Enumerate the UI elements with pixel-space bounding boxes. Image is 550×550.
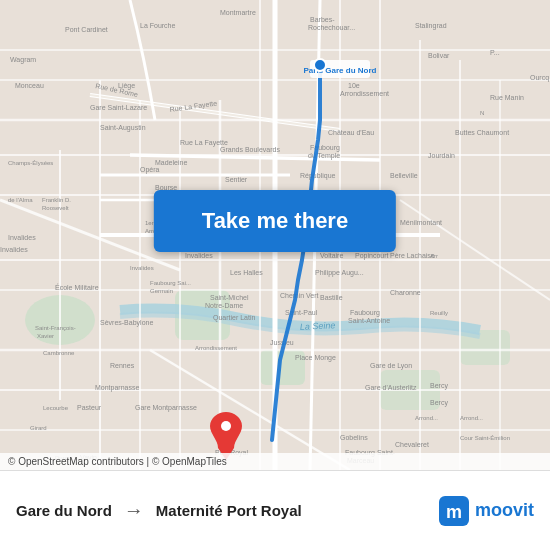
svg-text:Saint-Augustin: Saint-Augustin	[100, 124, 146, 132]
svg-text:République: République	[300, 172, 336, 180]
svg-text:École Militaire: École Militaire	[55, 283, 99, 291]
svg-text:Stalingrad: Stalingrad	[415, 22, 447, 30]
svg-text:Wagram: Wagram	[10, 56, 36, 64]
svg-text:Saint-Antoine: Saint-Antoine	[348, 317, 390, 324]
svg-text:Lecourbe: Lecourbe	[43, 405, 69, 411]
svg-text:Bercy: Bercy	[430, 382, 448, 390]
svg-text:Sentier: Sentier	[225, 176, 248, 183]
svg-text:Gare d'Austerlitz: Gare d'Austerlitz	[365, 384, 417, 391]
svg-text:Cour Saint-Émilion: Cour Saint-Émilion	[460, 435, 510, 441]
svg-text:Chemin Vert: Chemin Vert	[280, 292, 319, 299]
svg-text:Buttes Chaumont: Buttes Chaumont	[455, 129, 509, 136]
svg-text:Arrond...: Arrond...	[460, 415, 483, 421]
svg-text:Saint-François-: Saint-François-	[35, 325, 76, 331]
svg-text:Saint-Michel: Saint-Michel	[210, 294, 249, 301]
svg-text:Voltaire: Voltaire	[320, 252, 343, 259]
svg-text:Ménilmontant: Ménilmontant	[400, 219, 442, 226]
svg-text:Girard: Girard	[30, 425, 47, 431]
svg-text:Rue Manin: Rue Manin	[490, 94, 524, 101]
svg-point-123	[221, 421, 231, 431]
moovit-logo: m moovit	[439, 496, 534, 526]
svg-text:Liège: Liège	[118, 82, 135, 90]
route-arrow-icon: →	[124, 499, 144, 522]
svg-text:Invalides: Invalides	[130, 265, 154, 271]
bottom-bar: Gare du Nord → Maternité Port Royal m mo…	[0, 470, 550, 550]
svg-text:Père Lachaise: Père Lachaise	[390, 252, 435, 259]
route-to: Maternité Port Royal	[156, 502, 439, 519]
svg-text:m: m	[446, 502, 462, 522]
svg-text:Bercy: Bercy	[430, 399, 448, 407]
svg-text:de l'Alma: de l'Alma	[8, 197, 33, 203]
svg-text:Invalides: Invalides	[0, 246, 28, 253]
svg-text:Faubourg: Faubourg	[350, 309, 380, 317]
route-from: Gare du Nord	[16, 502, 112, 519]
svg-text:Invalides: Invalides	[185, 252, 213, 259]
svg-text:Bastille: Bastille	[320, 294, 343, 301]
svg-text:Popincourt: Popincourt	[355, 252, 389, 260]
moovit-brand-name: moovit	[475, 500, 534, 521]
svg-text:Montmartre: Montmartre	[220, 9, 256, 16]
svg-text:Monceau: Monceau	[15, 82, 44, 89]
moovit-icon: m	[439, 496, 469, 526]
svg-text:Cambronne: Cambronne	[43, 350, 75, 356]
svg-text:1er: 1er	[145, 220, 154, 226]
svg-text:Gare de Lyon: Gare de Lyon	[370, 362, 412, 370]
svg-text:Gobelins: Gobelins	[340, 434, 368, 441]
svg-text:Jourdain: Jourdain	[428, 152, 455, 159]
svg-text:Quartier Latin: Quartier Latin	[213, 314, 256, 322]
svg-text:Barbes-: Barbes-	[310, 16, 335, 23]
svg-text:Montparnasse: Montparnasse	[95, 384, 139, 392]
svg-text:Opéra: Opéra	[140, 166, 160, 174]
svg-text:N: N	[480, 110, 484, 116]
svg-text:Notre-Dame: Notre-Dame	[205, 302, 243, 309]
origin-marker	[314, 59, 326, 71]
svg-text:Bolivar: Bolivar	[428, 52, 450, 59]
svg-text:P...: P...	[490, 49, 500, 56]
svg-text:Xavier: Xavier	[37, 333, 54, 339]
svg-text:Reuilly: Reuilly	[430, 310, 448, 316]
svg-text:10e: 10e	[348, 82, 360, 89]
svg-text:La Seine: La Seine	[300, 320, 336, 332]
take-me-there-button[interactable]: Take me there	[154, 190, 396, 252]
svg-text:Roosevelt: Roosevelt	[42, 205, 69, 211]
svg-text:Belleville: Belleville	[390, 172, 418, 179]
svg-text:du Temple: du Temple	[308, 152, 340, 160]
svg-text:Faubourg Sai...: Faubourg Sai...	[150, 280, 191, 286]
svg-text:Gare Saint-Lazare: Gare Saint-Lazare	[90, 104, 147, 111]
svg-text:Pont Cardinet: Pont Cardinet	[65, 26, 108, 33]
svg-text:Arrondissement: Arrondissement	[195, 345, 237, 351]
svg-text:Charonne: Charonne	[390, 289, 421, 296]
map-container: Rue de Rome Rue La Fayette Rue La Fayett…	[0, 0, 550, 470]
svg-text:Les Halles: Les Halles	[230, 269, 263, 276]
svg-text:Grands Boulevards: Grands Boulevards	[220, 146, 280, 153]
svg-text:Place Monge: Place Monge	[295, 354, 336, 362]
svg-text:Rennes: Rennes	[110, 362, 135, 369]
svg-text:Ourcq: Ourcq	[530, 74, 549, 82]
svg-text:Philippe Augu...: Philippe Augu...	[315, 269, 364, 277]
svg-text:Champs-Élysées: Champs-Élysées	[8, 160, 53, 166]
svg-text:Arrond...: Arrond...	[415, 415, 438, 421]
svg-text:Château d'Eau: Château d'Eau	[328, 129, 374, 136]
svg-text:Chevaleret: Chevaleret	[395, 441, 429, 448]
attribution-text: © OpenStreetMap contributors | © OpenMap…	[8, 456, 227, 467]
svg-text:Franklin D.: Franklin D.	[42, 197, 71, 203]
svg-text:Sèvres-Babylone: Sèvres-Babylone	[100, 319, 153, 327]
svg-text:Pasteur: Pasteur	[77, 404, 102, 411]
svg-text:Gare Montparnasse: Gare Montparnasse	[135, 404, 197, 412]
svg-text:Rochechouar...: Rochechouar...	[308, 24, 355, 31]
svg-text:Germain: Germain	[150, 288, 173, 294]
svg-text:Madeleine: Madeleine	[155, 159, 187, 166]
map-attribution: © OpenStreetMap contributors | © OpenMap…	[0, 453, 550, 470]
svg-text:Arrondissement: Arrondissement	[340, 90, 389, 97]
svg-text:La Fourche: La Fourche	[140, 22, 176, 29]
svg-text:Invalides: Invalides	[8, 234, 36, 241]
